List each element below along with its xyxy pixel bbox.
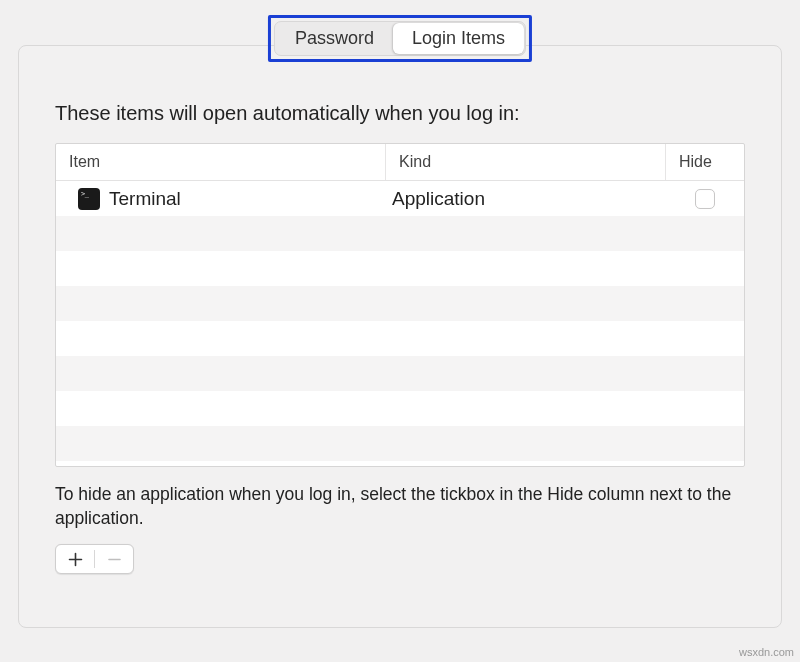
cell-item: Terminal — [56, 188, 386, 210]
table-row[interactable] — [56, 286, 744, 321]
column-header-kind[interactable]: Kind — [386, 144, 666, 180]
remove-button[interactable] — [95, 545, 133, 573]
help-text: To hide an application when you log in, … — [55, 483, 745, 530]
table-row[interactable] — [56, 216, 744, 251]
table-body: Terminal Application — [56, 181, 744, 461]
tab-password[interactable]: Password — [276, 23, 393, 54]
plus-icon — [68, 552, 83, 567]
table-row[interactable] — [56, 391, 744, 426]
table-header: Item Kind Hide — [56, 144, 744, 181]
table-row[interactable] — [56, 251, 744, 286]
add-remove-button-group — [55, 544, 134, 574]
table-row[interactable] — [56, 356, 744, 391]
terminal-icon — [78, 188, 100, 210]
column-header-item[interactable]: Item — [56, 144, 386, 180]
settings-panel: These items will open automatically when… — [18, 45, 782, 628]
item-name: Terminal — [109, 188, 181, 210]
hide-checkbox[interactable] — [695, 189, 715, 209]
tab-highlight-box: Password Login Items — [268, 15, 532, 62]
column-header-hide[interactable]: Hide — [666, 144, 744, 180]
tab-login-items[interactable]: Login Items — [393, 23, 524, 54]
table-row[interactable] — [56, 426, 744, 461]
login-items-table: Item Kind Hide Terminal Application — [55, 143, 745, 467]
intro-text: These items will open automatically when… — [55, 102, 745, 125]
add-button[interactable] — [56, 545, 94, 573]
minus-icon — [107, 552, 122, 567]
cell-kind: Application — [386, 188, 666, 210]
table-row[interactable]: Terminal Application — [56, 181, 744, 216]
table-row[interactable] — [56, 321, 744, 356]
watermark: wsxdn.com — [739, 646, 794, 658]
tab-segmented-control: Password Login Items — [274, 21, 526, 56]
cell-hide — [666, 189, 744, 209]
